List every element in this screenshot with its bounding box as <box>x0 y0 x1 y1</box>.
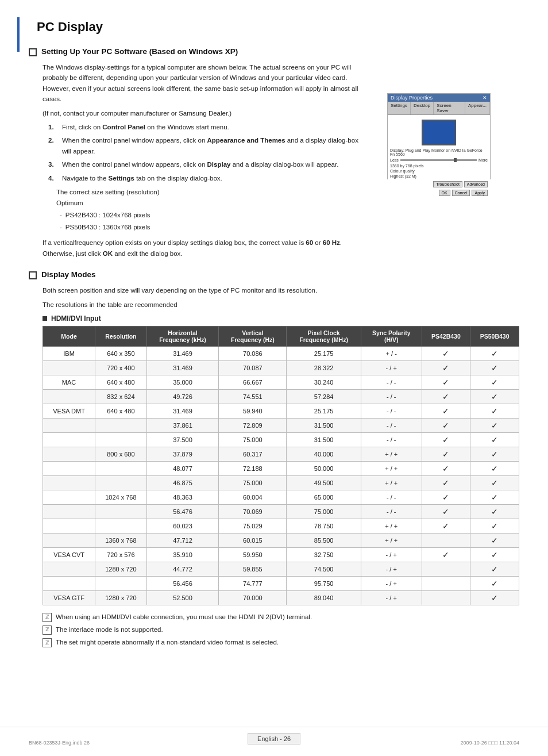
td-14-3: 59.950 <box>219 547 287 562</box>
td-10-2: 48.363 <box>146 490 219 504</box>
td-4-1: 640 x 480 <box>95 404 147 418</box>
step-3: 3. When the control panel window appears… <box>48 159 364 170</box>
td-8-4: 50.000 <box>287 461 361 475</box>
td-14-6: ✓ <box>422 547 470 562</box>
td-2-7: ✓ <box>470 375 519 389</box>
correct-size-label: The correct size setting (resolution) <box>56 187 364 198</box>
td-17-4: 89.040 <box>287 590 361 605</box>
td-10-5: - / - <box>361 490 422 504</box>
td-16-3: 74.777 <box>219 576 287 590</box>
td-13-3: 60.015 <box>219 533 287 547</box>
table-row: 1024 x 76848.36360.00465.000- / -✓✓ <box>43 490 519 504</box>
td-14-2: 35.910 <box>146 547 219 562</box>
td-16-0 <box>43 576 95 590</box>
td-13-4: 85.500 <box>287 533 361 547</box>
td-11-5: - / - <box>361 504 422 519</box>
td-3-0 <box>43 389 95 404</box>
td-10-7: ✓ <box>470 490 519 504</box>
square-bullet-icon <box>43 316 47 321</box>
td-15-5: - / + <box>361 562 422 576</box>
td-1-5: - / + <box>361 360 422 375</box>
ss-ok-btn[interactable]: OK <box>439 190 450 196</box>
td-2-6: ✓ <box>422 375 470 389</box>
ss-apply-btn[interactable]: Apply <box>472 190 488 196</box>
td-8-1 <box>95 461 147 475</box>
note-item-1: ℤThe interlace mode is not supported. <box>43 625 519 635</box>
th-mode: Mode <box>43 326 95 346</box>
table-row: 56.45674.77795.750- / +✓ <box>43 576 519 590</box>
table-row: VESA GTF1280 x 72052.50070.00089.040- / … <box>43 590 519 605</box>
td-9-3: 75.000 <box>219 475 287 490</box>
step-2: 2. When the control panel window appears… <box>48 135 364 156</box>
optimum-list: - PS42B430 : 1024x768 pixels - PS50B430 … <box>60 209 364 233</box>
td-9-7: ✓ <box>470 475 519 490</box>
th-sync: Sync Polarity(H/V) <box>361 326 422 346</box>
td-8-3: 72.188 <box>219 461 287 475</box>
td-1-1: 720 x 400 <box>95 360 147 375</box>
td-6-7: ✓ <box>470 432 519 447</box>
td-13-5: + / + <box>361 533 422 547</box>
footer-text: English - 26 <box>248 733 300 745</box>
ss-monitor-preview <box>422 120 456 145</box>
ss-resolution-row: Less More <box>390 158 488 162</box>
td-2-0: MAC <box>43 375 95 389</box>
step-3-num: 3. <box>48 159 60 170</box>
td-5-5: - / - <box>361 418 422 432</box>
td-0-4: 25.175 <box>287 346 361 360</box>
td-2-2: 35.000 <box>146 375 219 389</box>
vertical-freq-text: If a verticalfrequency option exists on … <box>43 237 364 259</box>
table-row: 1280 x 72044.77259.85574.500- / +✓ <box>43 562 519 576</box>
td-6-1 <box>95 432 147 447</box>
correct-size-text: The correct size setting (resolution) <box>56 189 160 195</box>
dash-1: - <box>60 209 62 221</box>
ss-monitor-label: Display: <box>390 148 404 152</box>
ss-titlebar: Display Properties ✕ <box>388 94 490 102</box>
td-4-7: ✓ <box>470 404 519 418</box>
td-2-5: - / - <box>361 375 422 389</box>
td-3-5: - / - <box>361 389 422 404</box>
td-15-7: ✓ <box>470 562 519 576</box>
th-ps50: PS50B430 <box>470 326 519 346</box>
td-8-5: + / + <box>361 461 422 475</box>
footer-right: 2009-10-26 □□□ 11:20:04 <box>461 740 519 746</box>
table-row: IBM640 x 35031.46970.08625.175+ / -✓✓ <box>43 346 519 360</box>
td-12-0 <box>43 519 95 533</box>
td-3-3: 74.551 <box>219 389 287 404</box>
ss-cancel-btn[interactable]: Cancel <box>452 190 470 196</box>
td-7-4: 40.000 <box>287 447 361 461</box>
step-2-bold: Appearance and Themes <box>207 137 285 144</box>
ss-advanced-btn[interactable]: Advanced <box>464 181 488 187</box>
section2-title: Display Modes <box>41 270 96 279</box>
td-14-7: ✓ <box>470 547 519 562</box>
td-17-0: VESA GTF <box>43 590 95 605</box>
note-item-2: ℤThe set might operate abnormally if a n… <box>43 638 519 647</box>
td-14-4: 32.750 <box>287 547 361 562</box>
td-17-3: 70.000 <box>219 590 287 605</box>
td-13-2: 47.712 <box>146 533 219 547</box>
td-4-3: 59.940 <box>219 404 287 418</box>
td-1-0 <box>43 360 95 375</box>
td-13-1: 1360 x 768 <box>95 533 147 547</box>
td-12-5: + / + <box>361 519 422 533</box>
td-3-4: 57.284 <box>287 389 361 404</box>
ss-troubleshoot-btn[interactable]: Troubleshoot <box>433 181 462 187</box>
td-17-6 <box>422 590 470 605</box>
section2-content: Both screen position and size will vary … <box>43 285 519 648</box>
td-10-6: ✓ <box>422 490 470 504</box>
step-1: 1. First, click on Control Panel on the … <box>48 122 364 132</box>
ss-close-icon: ✕ <box>483 95 487 101</box>
modes-desc1: Both screen position and size will vary … <box>43 285 519 296</box>
ss-tab-desktop: Desktop <box>411 102 434 114</box>
td-9-2: 46.875 <box>146 475 219 490</box>
td-9-1 <box>95 475 147 490</box>
td-13-7: ✓ <box>470 533 519 547</box>
note-icon: ℤ <box>43 625 52 635</box>
table-row: 48.07772.18850.000+ / +✓✓ <box>43 461 519 475</box>
td-1-3: 70.087 <box>219 360 287 375</box>
td-5-7: ✓ <box>470 418 519 432</box>
vf-ok: OK <box>103 250 113 257</box>
td-2-3: 66.667 <box>219 375 287 389</box>
td-7-0 <box>43 447 95 461</box>
td-5-0 <box>43 418 95 432</box>
td-7-7: ✓ <box>470 447 519 461</box>
